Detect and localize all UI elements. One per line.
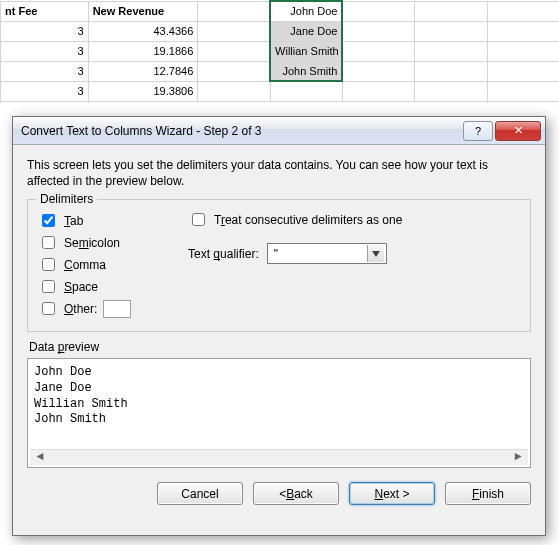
- space-label: Space: [64, 280, 98, 294]
- cell-fee[interactable]: 3: [1, 61, 89, 81]
- cell-name[interactable]: John Smith: [270, 61, 342, 81]
- cell[interactable]: [198, 1, 270, 21]
- comma-checkbox-row[interactable]: Comma: [38, 255, 168, 274]
- column-header-revenue[interactable]: New Revenue: [88, 1, 198, 21]
- text-to-columns-dialog: Convert Text to Columns Wizard - Step 2 …: [12, 116, 546, 536]
- cell-fee[interactable]: 3: [1, 21, 89, 41]
- tab-checkbox[interactable]: [42, 214, 55, 227]
- scroll-right-icon[interactable]: ►: [510, 451, 526, 465]
- dialog-intro: This screen lets you set the delimiters …: [27, 157, 531, 189]
- cell[interactable]: [342, 1, 414, 21]
- treat-consecutive-checkbox[interactable]: [192, 213, 205, 226]
- cell-name[interactable]: John Doe: [270, 1, 342, 21]
- text-qualifier-value: ": [274, 247, 278, 261]
- tab-label: ab: [70, 214, 83, 228]
- cell[interactable]: [415, 81, 487, 101]
- cell[interactable]: [415, 21, 487, 41]
- cell[interactable]: [270, 81, 342, 101]
- cell[interactable]: [342, 61, 414, 81]
- cell[interactable]: [415, 1, 487, 21]
- cell[interactable]: [342, 41, 414, 61]
- close-icon: ✕: [514, 124, 523, 137]
- dialog-title: Convert Text to Columns Wizard - Step 2 …: [21, 124, 463, 138]
- cell[interactable]: [198, 41, 270, 61]
- cell-revenue[interactable]: 43.4366: [88, 21, 198, 41]
- data-preview-box: John Doe Jane Doe Willian Smith John Smi…: [27, 358, 531, 468]
- treat-consecutive-row[interactable]: Treat consecutive delimiters as one: [188, 210, 520, 229]
- cell-name[interactable]: Willian Smith: [270, 41, 342, 61]
- cell[interactable]: [487, 21, 559, 41]
- cell[interactable]: [415, 61, 487, 81]
- text-qualifier-label: Text qualifier:: [188, 247, 259, 261]
- text-qualifier-select[interactable]: ": [267, 243, 387, 264]
- cell[interactable]: [342, 81, 414, 101]
- cell[interactable]: [198, 81, 270, 101]
- comma-label: Comma: [64, 258, 106, 272]
- help-icon: ?: [475, 125, 481, 137]
- delimiters-group-label: Delimiters: [36, 192, 97, 206]
- other-checkbox-row[interactable]: Other:: [38, 299, 168, 318]
- space-checkbox-row[interactable]: Space: [38, 277, 168, 296]
- cell-fee[interactable]: 3: [1, 41, 89, 61]
- cell[interactable]: [415, 41, 487, 61]
- back-button[interactable]: < Back: [253, 482, 339, 505]
- cell[interactable]: [487, 61, 559, 81]
- preview-line: John Doe: [34, 365, 524, 381]
- preview-line: Jane Doe: [34, 381, 524, 397]
- space-checkbox[interactable]: [42, 280, 55, 293]
- cell-fee[interactable]: 3: [1, 81, 89, 101]
- treat-consecutive-label: Treat consecutive delimiters as one: [214, 213, 402, 227]
- comma-checkbox[interactable]: [42, 258, 55, 271]
- cell[interactable]: [487, 41, 559, 61]
- column-header-fee[interactable]: nt Fee: [1, 1, 89, 21]
- cell[interactable]: [198, 61, 270, 81]
- delimiters-group: Delimiters Tab Semicolon Comma: [27, 199, 531, 332]
- other-label: Other:: [64, 302, 97, 316]
- spreadsheet-grid: nt Fee New Revenue John Doe 3 43.4366 Ja…: [0, 0, 559, 102]
- preview-scrollbar[interactable]: ◄ ►: [30, 449, 528, 465]
- semicolon-checkbox[interactable]: [42, 236, 55, 249]
- data-preview-label: Data preview: [29, 340, 531, 354]
- close-button[interactable]: ✕: [495, 121, 541, 141]
- dialog-titlebar[interactable]: Convert Text to Columns Wizard - Step 2 …: [13, 117, 545, 145]
- next-button[interactable]: Next >: [349, 482, 435, 505]
- cell-revenue[interactable]: 19.3806: [88, 81, 198, 101]
- cell-name[interactable]: Jane Doe: [270, 21, 342, 41]
- cell[interactable]: [198, 21, 270, 41]
- other-checkbox[interactable]: [42, 302, 55, 315]
- preview-line: Willian Smith: [34, 397, 524, 413]
- scroll-left-icon[interactable]: ◄: [32, 451, 48, 465]
- semicolon-label: Semicolon: [64, 236, 120, 250]
- tab-checkbox-row[interactable]: Tab: [38, 211, 168, 230]
- cell[interactable]: [487, 1, 559, 21]
- cell-revenue[interactable]: 12.7846: [88, 61, 198, 81]
- chevron-down-icon: [367, 245, 384, 262]
- finish-button[interactable]: Finish: [445, 482, 531, 505]
- semicolon-checkbox-row[interactable]: Semicolon: [38, 233, 168, 252]
- cell-revenue[interactable]: 19.1866: [88, 41, 198, 61]
- preview-line: John Smith: [34, 412, 524, 428]
- cell[interactable]: [487, 81, 559, 101]
- help-button[interactable]: ?: [463, 121, 493, 141]
- cancel-button[interactable]: Cancel: [157, 482, 243, 505]
- cell[interactable]: [342, 21, 414, 41]
- other-delimiter-input[interactable]: [103, 300, 131, 318]
